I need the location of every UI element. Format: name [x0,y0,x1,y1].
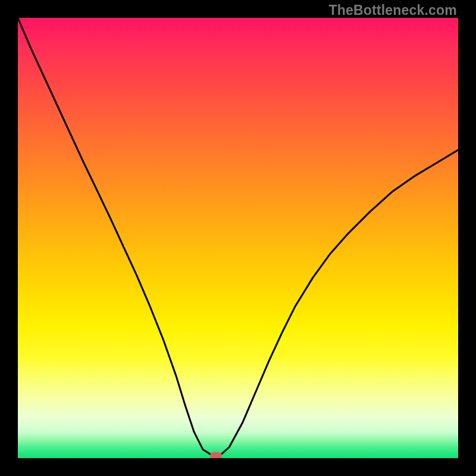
plot-area [18,18,458,458]
watermark-text: TheBottleneck.com [328,2,457,18]
chart-container: TheBottleneck.com [0,0,476,476]
bottleneck-curve [18,18,458,458]
optimal-marker-icon [210,452,222,458]
